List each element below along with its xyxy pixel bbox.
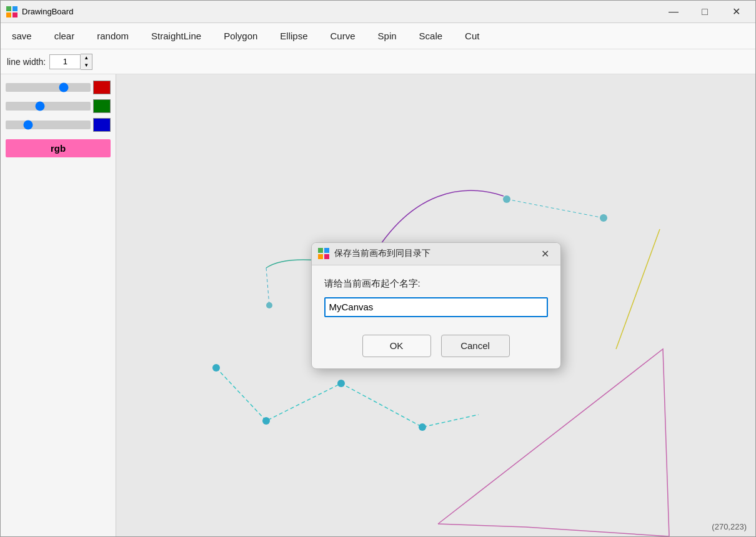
svg-rect-2 xyxy=(6,12,11,17)
menu-clear[interactable]: clear xyxy=(51,28,79,44)
svg-rect-3 xyxy=(12,12,17,17)
svg-rect-17 xyxy=(318,248,323,253)
menu-cut[interactable]: Cut xyxy=(461,28,483,44)
maximize-button[interactable]: □ xyxy=(690,2,719,21)
dialog-close-button[interactable]: ✕ xyxy=(537,245,554,262)
dialog-title-bar: 保存当前画布到同目录下 ✕ xyxy=(312,243,560,265)
dialog-prompt: 请给当前画布起个名字: xyxy=(324,278,548,290)
dialog-body: 请给当前画布起个名字: xyxy=(312,265,560,327)
blue-swatch[interactable] xyxy=(93,118,111,132)
menu-polygon[interactable]: Polygon xyxy=(220,28,261,44)
window-controls: — □ ✕ xyxy=(659,2,750,21)
menu-spin[interactable]: Spin xyxy=(374,28,400,44)
window-title: DrawingBoard xyxy=(22,7,659,16)
spinbox-up-button[interactable]: ▲ xyxy=(81,54,92,62)
menu-curve[interactable]: Curve xyxy=(327,28,359,44)
line-width-spinbox: ▲ ▼ xyxy=(49,54,92,70)
menu-bar: save clear random StraightLine Polygon E… xyxy=(1,23,755,49)
svg-rect-0 xyxy=(6,6,11,11)
cancel-button[interactable]: Cancel xyxy=(441,335,510,357)
svg-rect-18 xyxy=(324,248,329,253)
close-button[interactable]: ✕ xyxy=(722,2,750,21)
rgb-button[interactable]: rgb xyxy=(6,139,111,157)
red-slider[interactable] xyxy=(6,83,91,92)
line-width-input[interactable] xyxy=(49,54,81,69)
green-slider-row xyxy=(6,99,111,113)
svg-rect-20 xyxy=(324,254,329,259)
blue-slider-row xyxy=(6,118,111,132)
dialog-icon xyxy=(318,248,329,259)
svg-rect-1 xyxy=(12,6,17,11)
dialog-overlay: 保存当前画布到同目录下 ✕ 请给当前画布起个名字: OK Cancel xyxy=(116,74,755,536)
menu-save[interactable]: save xyxy=(8,28,36,44)
main-area: rgb xyxy=(1,74,755,536)
spinbox-down-button[interactable]: ▼ xyxy=(81,62,92,69)
main-window: DrawingBoard — □ ✕ save clear random Str… xyxy=(0,0,756,537)
save-dialog: 保存当前画布到同目录下 ✕ 请给当前画布起个名字: OK Cancel xyxy=(311,242,561,369)
spinbox-arrows: ▲ ▼ xyxy=(81,54,92,70)
red-slider-row xyxy=(6,81,111,94)
menu-ellipse[interactable]: Ellipse xyxy=(276,28,311,44)
dialog-title: 保存当前画布到同目录下 xyxy=(334,248,537,259)
ok-button[interactable]: OK xyxy=(362,335,431,357)
red-swatch[interactable] xyxy=(93,81,111,94)
green-slider[interactable] xyxy=(6,102,91,111)
blue-slider[interactable] xyxy=(6,121,91,129)
menu-scale[interactable]: Scale xyxy=(415,28,447,44)
title-bar: DrawingBoard — □ ✕ xyxy=(1,1,755,23)
toolbar: line width: ▲ ▼ xyxy=(1,49,755,74)
minimize-button[interactable]: — xyxy=(659,2,688,21)
canvas-name-input[interactable] xyxy=(324,297,548,317)
menu-straightline[interactable]: StraightLine xyxy=(147,28,205,44)
app-icon xyxy=(6,6,18,18)
menu-random[interactable]: random xyxy=(93,28,132,44)
green-swatch[interactable] xyxy=(93,99,111,113)
sidebar: rgb xyxy=(1,74,116,536)
canvas-area[interactable]: (270,223) 保存当前画布到同 xyxy=(116,74,755,536)
dialog-buttons: OK Cancel xyxy=(312,327,560,368)
svg-rect-19 xyxy=(318,254,323,259)
line-width-label: line width: xyxy=(7,57,46,67)
